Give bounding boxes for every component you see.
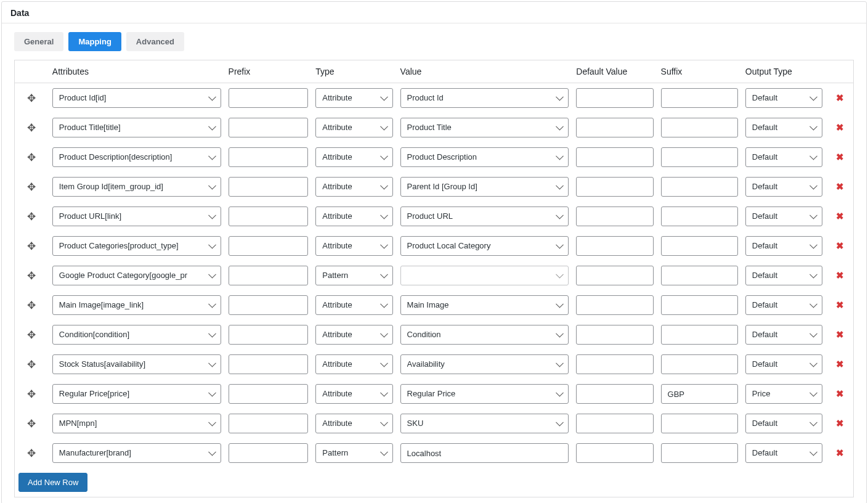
drag-handle-icon[interactable]: ✥ <box>15 172 49 202</box>
value-select[interactable]: Regular Price <box>400 384 569 404</box>
output-type-select[interactable]: Default <box>745 88 822 108</box>
prefix-input[interactable] <box>229 88 309 108</box>
prefix-input[interactable] <box>229 295 309 315</box>
drag-handle-icon[interactable]: ✥ <box>15 202 49 231</box>
output-type-select[interactable]: Default <box>745 295 822 315</box>
drag-handle-icon[interactable]: ✥ <box>15 438 49 468</box>
output-type-select[interactable]: Default <box>745 325 822 345</box>
attribute-select[interactable]: Product Id[id] <box>52 88 221 108</box>
value-select[interactable]: Product Id <box>400 88 569 108</box>
drag-handle-icon[interactable]: ✥ <box>15 261 49 290</box>
delete-row-icon[interactable]: ✖ <box>826 172 853 202</box>
output-type-select[interactable]: Default <box>745 118 822 137</box>
output-type-select[interactable]: Default <box>745 354 822 374</box>
tab-general[interactable]: General <box>14 32 63 51</box>
suffix-input[interactable] <box>661 147 738 167</box>
drag-handle-icon[interactable]: ✥ <box>15 113 49 142</box>
attribute-select[interactable]: Regular Price[price] <box>52 384 221 404</box>
delete-row-icon[interactable]: ✖ <box>826 350 853 379</box>
type-select[interactable]: Attribute <box>315 325 392 345</box>
attribute-select[interactable]: Main Image[image_link] <box>52 295 221 315</box>
value-input[interactable] <box>400 443 569 463</box>
drag-handle-icon[interactable]: ✥ <box>15 231 49 261</box>
type-select[interactable]: Attribute <box>315 118 392 137</box>
drag-handle-icon[interactable]: ✥ <box>15 320 49 350</box>
type-select[interactable]: Attribute <box>315 147 392 167</box>
prefix-input[interactable] <box>229 118 309 137</box>
type-select[interactable]: Attribute <box>315 207 392 226</box>
attribute-select[interactable]: Item Group Id[item_group_id] <box>52 177 221 197</box>
value-select[interactable]: Main Image <box>400 295 569 315</box>
drag-handle-icon[interactable]: ✥ <box>15 142 49 172</box>
output-type-select[interactable]: Default <box>745 147 822 167</box>
attribute-select[interactable]: MPN[mpn] <box>52 414 221 433</box>
delete-row-icon[interactable]: ✖ <box>826 202 853 231</box>
output-type-select[interactable]: Default <box>745 443 822 463</box>
delete-row-icon[interactable]: ✖ <box>826 83 853 113</box>
default-value-input[interactable] <box>576 147 653 167</box>
type-select[interactable]: Attribute <box>315 384 392 404</box>
prefix-input[interactable] <box>229 177 309 197</box>
attribute-select[interactable]: Product Categories[product_type] <box>52 236 221 256</box>
attribute-select[interactable]: Condition[condition] <box>52 325 221 345</box>
attribute-select[interactable]: Product Description[description] <box>52 147 221 167</box>
type-select[interactable]: Attribute <box>315 88 392 108</box>
output-type-select[interactable]: Default <box>745 207 822 226</box>
value-select[interactable]: Product Local Category <box>400 236 569 256</box>
drag-handle-icon[interactable]: ✥ <box>15 83 49 113</box>
drag-handle-icon[interactable]: ✥ <box>15 379 49 409</box>
default-value-input[interactable] <box>576 384 653 404</box>
type-select[interactable]: Attribute <box>315 295 392 315</box>
prefix-input[interactable] <box>229 236 309 256</box>
prefix-input[interactable] <box>229 266 309 285</box>
suffix-input[interactable] <box>661 443 738 463</box>
default-value-input[interactable] <box>576 177 653 197</box>
suffix-input[interactable] <box>661 325 738 345</box>
default-value-input[interactable] <box>576 414 653 433</box>
value-select[interactable]: SKU <box>400 414 569 433</box>
value-select[interactable]: Parent Id [Group Id] <box>400 177 569 197</box>
attribute-select[interactable]: Product URL[link] <box>52 207 221 226</box>
default-value-input[interactable] <box>576 354 653 374</box>
delete-row-icon[interactable]: ✖ <box>826 409 853 438</box>
default-value-input[interactable] <box>576 266 653 285</box>
output-type-select[interactable]: Price <box>745 384 822 404</box>
type-select[interactable]: Attribute <box>315 236 392 256</box>
delete-row-icon[interactable]: ✖ <box>826 320 853 350</box>
delete-row-icon[interactable]: ✖ <box>826 142 853 172</box>
default-value-input[interactable] <box>576 295 653 315</box>
prefix-input[interactable] <box>229 414 309 433</box>
value-select[interactable]: Product Title <box>400 118 569 137</box>
prefix-input[interactable] <box>229 147 309 167</box>
delete-row-icon[interactable]: ✖ <box>826 113 853 142</box>
tab-advanced[interactable]: Advanced <box>126 32 184 51</box>
suffix-input[interactable] <box>661 118 738 137</box>
suffix-input[interactable] <box>661 354 738 374</box>
prefix-input[interactable] <box>229 354 309 374</box>
type-select[interactable]: Pattern <box>315 266 392 285</box>
value-select[interactable]: Product URL <box>400 207 569 226</box>
delete-row-icon[interactable]: ✖ <box>826 231 853 261</box>
type-select[interactable]: Attribute <box>315 414 392 433</box>
drag-handle-icon[interactable]: ✥ <box>15 409 49 438</box>
suffix-input[interactable] <box>661 88 738 108</box>
suffix-input[interactable] <box>661 207 738 226</box>
value-select[interactable] <box>400 266 569 285</box>
attribute-select[interactable]: Google Product Category[google_pr <box>52 266 221 285</box>
type-select[interactable]: Attribute <box>315 354 392 374</box>
drag-handle-icon[interactable]: ✥ <box>15 290 49 320</box>
suffix-input[interactable] <box>661 384 738 404</box>
default-value-input[interactable] <box>576 207 653 226</box>
output-type-select[interactable]: Default <box>745 414 822 433</box>
delete-row-icon[interactable]: ✖ <box>826 438 853 468</box>
attribute-select[interactable]: Stock Status[availability] <box>52 354 221 374</box>
attribute-select[interactable]: Product Title[title] <box>52 118 221 137</box>
tab-mapping[interactable]: Mapping <box>68 32 121 51</box>
type-select[interactable]: Pattern <box>315 443 392 463</box>
delete-row-icon[interactable]: ✖ <box>826 290 853 320</box>
value-select[interactable]: Availability <box>400 354 569 374</box>
default-value-input[interactable] <box>576 118 653 137</box>
suffix-input[interactable] <box>661 266 738 285</box>
delete-row-icon[interactable]: ✖ <box>826 379 853 409</box>
output-type-select[interactable]: Default <box>745 236 822 256</box>
